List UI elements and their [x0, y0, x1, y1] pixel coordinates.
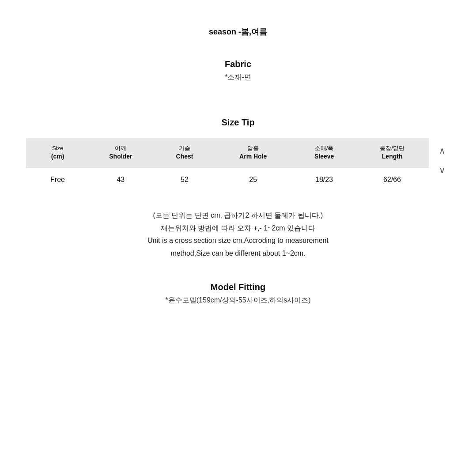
- cell-length: 62/66: [355, 167, 429, 192]
- model-fitting-title: Model Fitting: [211, 282, 265, 292]
- col-length: 총장/밑단 Length: [355, 138, 429, 167]
- col-sleeve: 소매/폭 Sleeve: [293, 138, 355, 167]
- notes-line2: 재는위치와 방법에 따라 오차 +,- 1~2cm 있습니다: [147, 222, 329, 235]
- col-chest-english: Chest: [161, 152, 208, 161]
- notes-line3: Unit is a cross section size cm,Accrodin…: [147, 234, 329, 247]
- table-header-row: Size (cm) 어깨 Sholder 가슴 Chest 암홀 Arm Hol…: [26, 138, 429, 167]
- col-chest: 가슴 Chest: [156, 138, 214, 167]
- fabric-title: Fabric: [225, 59, 251, 69]
- size-table: Size (cm) 어깨 Sholder 가슴 Chest 암홀 Arm Hol…: [26, 138, 429, 192]
- cell-chest: 52: [156, 167, 214, 192]
- col-shoulder-korean: 어깨: [91, 144, 150, 152]
- col-length-korean: 총장/밑단: [361, 144, 423, 152]
- col-armhole: 암홀 Arm Hole: [213, 138, 292, 167]
- table-row: Free 43 52 25 18/23 62/66: [26, 167, 429, 192]
- size-tip-title: Size Tip: [221, 117, 254, 128]
- notes-line4: method,Size can be different about 1~2cm…: [147, 247, 329, 260]
- col-armhole-korean: 암홀: [219, 144, 287, 152]
- col-size: Size (cm): [26, 138, 86, 167]
- col-sleeve-korean: 소매/폭: [298, 144, 350, 152]
- notes-line1: (모든 단위는 단면 cm, 곱하기2 하시면 둘레가 됩니다.): [147, 209, 329, 222]
- cell-sleeve: 18/23: [293, 167, 355, 192]
- scroll-up-button[interactable]: ∧: [434, 143, 450, 159]
- col-size-korean: Size: [35, 144, 80, 152]
- col-chest-korean: 가슴: [161, 144, 208, 152]
- cell-shoulder: 43: [86, 167, 155, 192]
- fabric-subtitle: *소재-면: [225, 73, 251, 82]
- col-length-english: Length: [361, 152, 423, 161]
- col-shoulder-english: Sholder: [91, 152, 150, 161]
- page-content: season -봄,여름 Fabric *소재-면 Size Tip Size …: [26, 26, 450, 305]
- scroll-arrows: ∧ ∨: [429, 138, 450, 178]
- col-sleeve-english: Sleeve: [298, 152, 350, 161]
- col-shoulder: 어깨 Sholder: [86, 138, 155, 167]
- season-label: season -봄,여름: [209, 26, 267, 37]
- col-armhole-english: Arm Hole: [219, 152, 287, 161]
- scroll-down-button[interactable]: ∨: [434, 162, 450, 178]
- cell-armhole: 25: [213, 167, 292, 192]
- model-fitting-text: *윤수모델(159cm/상의-55사이즈,하의s사이즈): [166, 296, 311, 305]
- cell-size: Free: [26, 167, 86, 192]
- notes-section: (모든 단위는 단면 cm, 곱하기2 하시면 둘레가 됩니다.) 재는위치와 …: [147, 209, 329, 260]
- size-table-wrapper: Size (cm) 어깨 Sholder 가슴 Chest 암홀 Arm Hol…: [26, 138, 450, 192]
- col-size-english: (cm): [35, 152, 80, 161]
